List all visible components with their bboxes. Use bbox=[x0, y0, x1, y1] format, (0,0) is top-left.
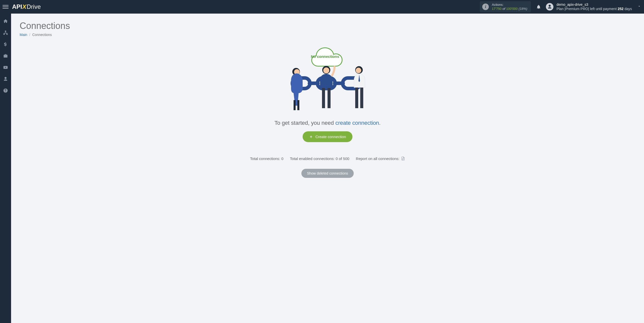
notifications-button[interactable] bbox=[536, 5, 541, 9]
svg-rect-17 bbox=[328, 88, 331, 108]
briefcase-icon bbox=[3, 53, 8, 58]
empty-lead: To get started, you need create connecti… bbox=[274, 120, 381, 126]
help-icon bbox=[3, 88, 8, 93]
report-label: Report on all connections: bbox=[356, 156, 399, 161]
breadcrumb-separator: / bbox=[29, 33, 30, 37]
actions-values: 17'750 of 100'000 (18%) bbox=[492, 7, 527, 11]
cloud-text: No connections bbox=[311, 54, 339, 59]
user-name: demo_apix-drive_s3 bbox=[556, 3, 632, 7]
svg-rect-2 bbox=[7, 34, 7, 34]
sitemap-icon bbox=[3, 30, 8, 35]
enabled-value: 0 of 500 bbox=[336, 156, 349, 161]
plan-mid: | left until payment bbox=[588, 7, 618, 11]
total-value: 0 bbox=[281, 156, 283, 161]
video-icon bbox=[3, 65, 8, 70]
plan-prefix: Plan | bbox=[556, 7, 566, 11]
logo-drive: Drive bbox=[27, 3, 41, 10]
svg-rect-16 bbox=[322, 88, 325, 108]
total-connections: Total connections: 0 bbox=[250, 156, 284, 161]
plan-suffix: days bbox=[624, 7, 632, 11]
plan-line: Plan |Premium PRO| left until payment 25… bbox=[556, 7, 632, 11]
avatar-icon bbox=[547, 4, 552, 9]
svg-rect-0 bbox=[5, 31, 6, 32]
sidebar-item-billing[interactable] bbox=[0, 41, 11, 48]
plan-days: 252 bbox=[618, 7, 623, 11]
menu-toggle-button[interactable] bbox=[3, 4, 9, 10]
chevron-down-icon bbox=[637, 5, 641, 8]
home-icon bbox=[3, 19, 8, 24]
document-icon bbox=[401, 156, 405, 161]
breadcrumb-current: Connections bbox=[32, 33, 52, 37]
info-icon: i bbox=[482, 4, 489, 10]
show-deleted-button[interactable]: Show deleted connections bbox=[301, 169, 353, 178]
sidebar-item-marketplace[interactable] bbox=[0, 52, 11, 59]
sidebar-item-help[interactable] bbox=[0, 87, 11, 94]
sidebar-item-home[interactable] bbox=[0, 18, 11, 25]
report-all-connections[interactable]: Report on all connections: bbox=[356, 156, 405, 161]
breadcrumb: Main / Connections bbox=[20, 33, 635, 37]
total-label: Total connections: bbox=[250, 156, 281, 161]
enabled-label: Total enabled connections: bbox=[290, 156, 336, 161]
actions-lines: Actions: 17'750 of 100'000 (18%) bbox=[492, 3, 527, 11]
lead-suffix: . bbox=[379, 120, 381, 126]
bell-icon bbox=[536, 5, 541, 9]
account-avatar-button[interactable] bbox=[546, 3, 553, 11]
create-connection-button-label: Create connection bbox=[315, 135, 346, 139]
create-connection-button[interactable]: ＋ Create connection bbox=[303, 131, 353, 142]
main-content: Connections Main / Connections No connec… bbox=[11, 14, 644, 323]
svg-rect-20 bbox=[355, 88, 358, 108]
lead-prefix: To get started, you need bbox=[274, 120, 335, 126]
topbar: API X Drive i Actions: 17'750 of 100'000… bbox=[0, 0, 644, 14]
dollar-icon bbox=[3, 42, 8, 47]
svg-rect-12 bbox=[294, 100, 296, 110]
actions-usage-box[interactable]: i Actions: 17'750 of 100'000 (18%) bbox=[480, 1, 531, 13]
sidebar-item-connections[interactable] bbox=[0, 29, 11, 36]
logo-x: X bbox=[22, 3, 27, 10]
actions-of: of bbox=[502, 7, 505, 11]
empty-illustration: No connections bbox=[282, 43, 373, 113]
svg-rect-13 bbox=[297, 100, 299, 110]
sidebar bbox=[0, 14, 11, 323]
actions-label: Actions: bbox=[492, 3, 527, 7]
actions-used: 17'750 bbox=[492, 7, 502, 11]
enabled-connections: Total enabled connections: 0 of 500 bbox=[290, 156, 349, 161]
page-title: Connections bbox=[20, 21, 635, 31]
sidebar-item-videos[interactable] bbox=[0, 64, 11, 71]
empty-state: No connections bbox=[20, 43, 635, 178]
sidebar-item-account[interactable] bbox=[0, 75, 11, 83]
user-icon bbox=[3, 76, 8, 82]
connections-stats: Total connections: 0 Total enabled conne… bbox=[250, 156, 405, 161]
svg-rect-1 bbox=[4, 34, 5, 34]
logo-api: API bbox=[12, 3, 22, 10]
actions-percent: (18%) bbox=[518, 7, 527, 11]
plan-name: Premium PRO bbox=[566, 7, 588, 11]
show-deleted-button-label: Show deleted connections bbox=[307, 171, 348, 175]
breadcrumb-main-link[interactable]: Main bbox=[20, 33, 27, 37]
svg-point-15 bbox=[323, 67, 329, 73]
user-block[interactable]: demo_apix-drive_s3 Plan |Premium PRO| le… bbox=[556, 3, 632, 11]
logo[interactable]: API X Drive bbox=[12, 3, 41, 10]
create-connection-link[interactable]: create connection bbox=[335, 120, 379, 126]
svg-point-19 bbox=[356, 68, 361, 73]
svg-rect-21 bbox=[360, 88, 363, 108]
actions-limit: 100'000 bbox=[506, 7, 518, 11]
user-menu-caret[interactable] bbox=[637, 5, 641, 9]
plus-icon: ＋ bbox=[309, 134, 313, 139]
